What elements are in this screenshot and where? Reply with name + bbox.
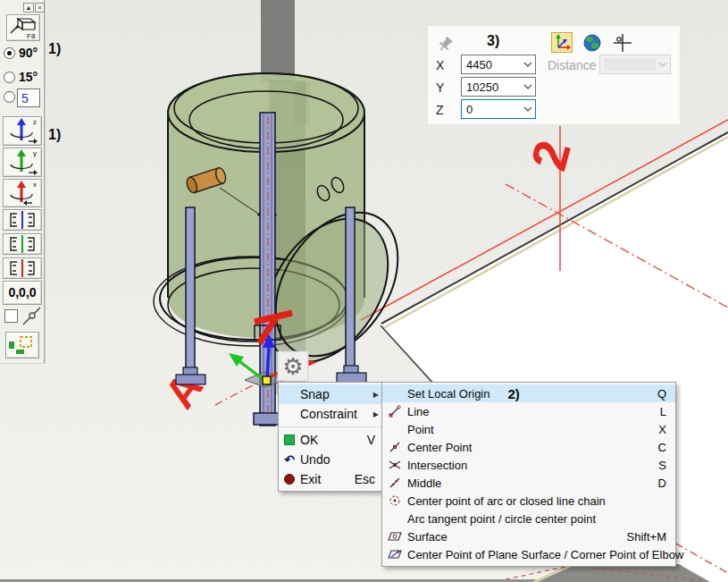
menu-item-constraint[interactable]: Constraint ▶ [279, 404, 384, 424]
menu-item-undo[interactable]: ↶ Undo [279, 450, 384, 469]
right-leg[interactable] [346, 207, 355, 375]
angle-radio-15[interactable]: 15° [4, 70, 38, 84]
world-globe-icon[interactable] [582, 32, 603, 53]
angle-radio-90[interactable]: 90° [4, 46, 38, 60]
origin-000-button[interactable]: 0,0,0 [3, 281, 42, 305]
orientation-toolbar: ▲ × F8 90° 15° z [0, 0, 45, 363]
mirror-y-button[interactable] [3, 233, 42, 255]
menu-item-set-local-origin[interactable]: Set Local Origin 2) Q [382, 384, 675, 402]
reference-points-button[interactable] [5, 332, 39, 358]
undo-icon: ↶ [284, 455, 295, 464]
crosshair-icon[interactable] [612, 32, 633, 53]
distance-label: Distance [548, 58, 596, 72]
left-leg-baseplate [176, 375, 205, 384]
radio-custom-circle[interactable] [4, 91, 15, 103]
z-coordinate-value: 0 [462, 103, 521, 116]
menu-shortcut: L [660, 405, 675, 418]
pin-icon[interactable] [437, 35, 455, 53]
axis-letter-z: z [33, 118, 37, 126]
wall-column[interactable] [261, 0, 295, 82]
left-leg[interactable] [186, 207, 195, 377]
local-axis-icon[interactable] [551, 32, 573, 53]
rotate-x-icon: x [4, 180, 41, 207]
menu-item-arc-center-snap[interactable]: Center point of arc or closed line chain [382, 492, 675, 510]
f8-label: F8 [27, 32, 36, 40]
x-axis-label: X [436, 58, 444, 72]
view-mode-button[interactable]: F8 [6, 14, 40, 41]
menu-item-exit[interactable]: Exit Esc [279, 469, 384, 489]
x-coordinate-combo[interactable]: 4450 [461, 55, 536, 74]
annotation-2: 2) [508, 386, 520, 401]
origin-point[interactable] [263, 376, 271, 384]
menu-item-label: Snap [300, 387, 330, 401]
snap-checkbox[interactable] [4, 309, 18, 323]
menu-shortcut: S [658, 459, 675, 472]
gizmo-axis-z[interactable] [267, 347, 269, 380]
z-coordinate-combo[interactable]: 0 [461, 99, 536, 119]
middle-snap-icon [389, 477, 401, 489]
chevron-down-icon[interactable] [521, 62, 535, 67]
mirror-z-icon [4, 210, 41, 230]
rotate-x-button[interactable]: x [3, 179, 42, 207]
menu-item-snap[interactable]: Snap ▶ [279, 384, 384, 404]
custom-angle-input[interactable] [17, 89, 40, 107]
context-menu: Snap ▶ Constraint ▶ OK V ↶ Undo Exit Esc [278, 382, 385, 492]
exit-icon [284, 474, 295, 485]
menu-shortcut: D [658, 477, 675, 490]
menu-item-plane-center-snap[interactable]: Center Point of Plane Surface / Corner P… [382, 545, 675, 563]
rotate-y-button[interactable]: y [3, 148, 42, 177]
intersection-icon [389, 459, 401, 471]
reference-points-icon [6, 333, 38, 358]
menu-item-point-snap[interactable]: Point X [382, 420, 675, 438]
menu-item-label: OK [300, 433, 318, 447]
menu-item-ok[interactable]: OK V [279, 430, 384, 450]
chevron-down-icon[interactable] [521, 84, 535, 89]
chevron-down-icon[interactable] [521, 106, 535, 112]
angle-radio-custom[interactable] [4, 91, 15, 103]
mirror-z-button[interactable] [3, 209, 42, 231]
menu-item-label: Middle [407, 477, 441, 490]
radio-90-circle[interactable] [4, 47, 15, 59]
distance-value [604, 58, 656, 71]
ok-icon [284, 434, 295, 445]
y-coordinate-value: 10250 [462, 80, 521, 94]
annotation-1a: 1) [48, 41, 61, 57]
toolbar-close-button[interactable]: × [35, 3, 45, 13]
mirror-y-icon [4, 234, 41, 254]
gear-icon: ⚙ [282, 353, 303, 380]
menu-item-label: Center Point [407, 441, 472, 454]
x-coordinate-value: 4450 [462, 58, 521, 72]
menu-item-label: Line [407, 405, 430, 418]
annotation-3: 3) [487, 33, 499, 49]
distance-combo [599, 55, 671, 74]
menu-item-line-snap[interactable]: Line L [382, 402, 675, 420]
mirror-x-button[interactable] [3, 257, 42, 279]
radio-15-circle[interactable] [4, 72, 15, 83]
menu-item-arc-tangent-snap[interactable]: Arc tangent point / circle center point [382, 510, 675, 527]
menu-item-label: Surface [407, 530, 448, 544]
menu-item-label: Set Local Origin [407, 387, 490, 401]
menu-item-label: Arc tangent point / circle center point [407, 512, 596, 526]
menu-item-middle-snap[interactable]: Middle D [382, 474, 675, 492]
menu-item-center-point-snap[interactable]: Center Point C [382, 438, 675, 456]
menu-item-intersection-snap[interactable]: Intersection S [382, 456, 675, 474]
surface-snap-icon [388, 530, 402, 543]
menu-shortcut: X [658, 423, 675, 436]
rotate-z-button[interactable]: z [3, 116, 42, 146]
menu-item-surface-snap[interactable]: Surface Shift+M [382, 527, 675, 545]
toolbar-collapse-button[interactable]: ▲ [23, 3, 34, 13]
z-axis-label: Z [436, 103, 444, 117]
cad-application: { "window": {"collapse_glyph": "▲", "clo… [0, 0, 728, 582]
menu-shortcut: C [658, 441, 675, 454]
snap-submenu: Set Local Origin 2) Q Line L Point X Cen… [381, 382, 676, 567]
center-point-icon [389, 441, 401, 453]
gear-button[interactable]: ⚙ [278, 351, 308, 381]
menu-separator [280, 426, 382, 427]
chevron-down-icon [656, 62, 670, 67]
measure-line-icon [21, 306, 42, 326]
radio-15-label: 15° [19, 70, 38, 84]
axis-letter-y: y [33, 149, 37, 157]
annotation-1b: 1) [48, 127, 61, 143]
y-coordinate-combo[interactable]: 10250 [461, 77, 536, 97]
line-snap-icon [389, 405, 401, 418]
